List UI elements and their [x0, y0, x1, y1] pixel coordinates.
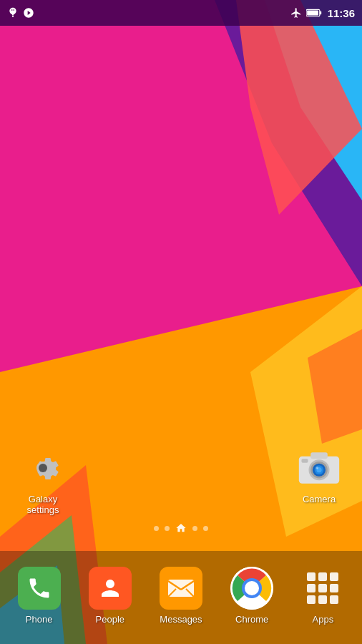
status-bar: 11:36	[0, 0, 362, 26]
page-dot-2[interactable]	[165, 526, 170, 531]
airplane-icon	[290, 7, 302, 19]
apps-icon	[301, 567, 344, 610]
people-label: People	[96, 614, 124, 625]
desktop-area: Galaxysettings	[0, 26, 362, 551]
svg-rect-36	[330, 584, 338, 592]
usb-icon	[7, 7, 19, 19]
svg-rect-39	[330, 595, 338, 604]
svg-point-13	[39, 464, 47, 472]
battery-icon	[306, 8, 322, 18]
chrome-icon	[230, 567, 273, 610]
messages-dock-item[interactable]: Messages	[149, 567, 213, 625]
people-icon	[89, 567, 132, 610]
svg-rect-33	[330, 572, 338, 581]
galaxy-settings-label: Galaxysettings	[27, 494, 59, 515]
page-indicators	[0, 522, 362, 534]
camera-icon[interactable]: Camera	[290, 447, 348, 515]
page-dot-4[interactable]	[192, 526, 197, 531]
svg-point-22	[315, 467, 318, 469]
svg-rect-31	[307, 572, 315, 581]
phone-icon	[18, 567, 61, 610]
status-time: 11:36	[328, 7, 355, 19]
home-dot[interactable]	[175, 522, 187, 534]
messages-label: Messages	[160, 614, 202, 625]
svg-rect-38	[318, 595, 327, 604]
svg-rect-11	[319, 11, 321, 15]
page-dot-1[interactable]	[154, 526, 159, 531]
chrome-dock-item[interactable]: Chrome	[220, 567, 284, 625]
svg-rect-34	[307, 584, 315, 592]
svg-rect-15	[310, 452, 328, 459]
phone-dock-item[interactable]: Phone	[7, 567, 72, 625]
status-left-icons	[7, 7, 34, 19]
dock: Phone People Messages	[0, 551, 362, 644]
svg-rect-12	[307, 10, 318, 15]
people-dock-item[interactable]: People	[78, 567, 142, 625]
desktop-icon-row: Galaxysettings	[0, 447, 362, 515]
svg-rect-23	[168, 580, 194, 597]
apps-label: Apps	[313, 614, 334, 625]
svg-rect-16	[301, 459, 308, 462]
chrome-label: Chrome	[235, 614, 268, 625]
svg-rect-35	[318, 584, 327, 592]
camera-label: Camera	[303, 494, 336, 504]
messages-icon	[160, 567, 202, 610]
status-right-icons: 11:36	[290, 7, 355, 19]
android-icon	[23, 7, 34, 19]
svg-rect-32	[318, 572, 327, 581]
svg-rect-37	[307, 595, 315, 604]
phone-label: Phone	[26, 614, 53, 625]
galaxy-settings-icon[interactable]: Galaxysettings	[14, 447, 72, 515]
page-dot-5[interactable]	[203, 526, 208, 531]
apps-dock-item[interactable]: Apps	[290, 567, 355, 625]
